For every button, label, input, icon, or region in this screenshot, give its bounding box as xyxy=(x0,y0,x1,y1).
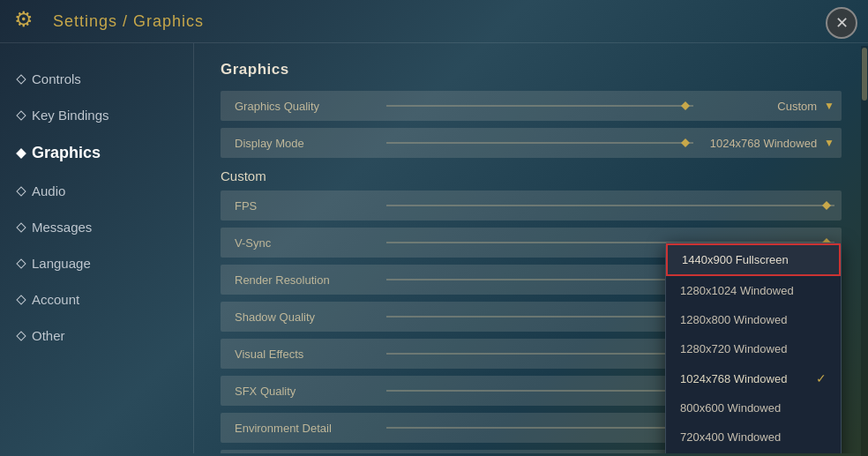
diamond-icon xyxy=(16,110,26,120)
sidebar-item-label: Messages xyxy=(32,220,92,235)
dropdown-option-1[interactable]: 1280x1024 Windowed xyxy=(666,276,841,305)
settings-content: Graphics Graphics Quality Custom ▼ Displ… xyxy=(194,43,868,453)
sidebar-item-audio[interactable]: Audio xyxy=(0,173,193,209)
slider-handle[interactable] xyxy=(681,138,690,147)
chevron-down-icon: ▼ xyxy=(824,100,834,112)
scrollbar-track[interactable] xyxy=(861,46,868,456)
sidebar-item-graphics[interactable]: Graphics xyxy=(0,133,193,173)
diamond-icon xyxy=(16,186,26,196)
sidebar-item-label: Key Bindings xyxy=(32,108,109,123)
dropdown-option-6[interactable]: 720x400 Windowed xyxy=(666,422,841,452)
slider-track xyxy=(386,105,693,107)
environment-detail-slider[interactable] xyxy=(379,427,700,429)
display-mode-slider xyxy=(379,142,700,144)
sidebar: Controls Key Bindings Graphics Audio Mes… xyxy=(0,43,194,453)
diamond-icon xyxy=(16,295,26,304)
dropdown-option-label: 1024x768 Windowed xyxy=(680,372,787,385)
title-bar: ⚙ Settings / Graphics ✕ xyxy=(0,0,868,43)
dropdown-option-2[interactable]: 1280x800 Windowed xyxy=(666,305,841,334)
dropdown-option-7[interactable]: 640x480 Windowed xyxy=(666,452,841,453)
dropdown-option-label: 1280x1024 Windowed xyxy=(680,284,794,297)
vsync-label: V-Sync xyxy=(221,236,379,250)
diamond-icon xyxy=(16,222,26,232)
checkmark-icon: ✓ xyxy=(816,371,827,385)
section-title: Graphics xyxy=(221,61,842,78)
custom-section-title: Custom xyxy=(221,168,842,183)
graphics-quality-select[interactable]: Custom ▼ xyxy=(700,100,842,113)
graphics-quality-label: Graphics Quality xyxy=(221,100,379,113)
fps-label: FPS xyxy=(221,199,379,213)
close-button[interactable]: ✕ xyxy=(826,7,857,39)
sidebar-item-label: Graphics xyxy=(32,144,101,162)
sidebar-item-label: Controls xyxy=(32,71,81,86)
dropdown-option-5[interactable]: 800x600 Windowed xyxy=(666,393,841,422)
slider-handle[interactable] xyxy=(822,201,831,210)
diamond-icon xyxy=(16,331,26,340)
dropdown-option-label: 1280x720 Windowed xyxy=(680,342,787,355)
main-layout: Controls Key Bindings Graphics Audio Mes… xyxy=(0,43,868,453)
sidebar-item-other[interactable]: Other xyxy=(0,318,193,354)
slider-track xyxy=(386,390,693,392)
dropdown-option-3[interactable]: 1280x720 Windowed xyxy=(666,334,841,363)
display-mode-value: 1024x768 Windowed xyxy=(710,137,817,150)
render-resolution-label: Render Resolution xyxy=(221,273,379,287)
dropdown-option-0[interactable]: 1440x900 Fullscreen xyxy=(666,243,841,276)
diamond-icon xyxy=(16,258,26,268)
display-mode-label: Display Mode xyxy=(221,137,379,150)
display-mode-dropdown: 1440x900 Fullscreen 1280x1024 Windowed 1… xyxy=(665,243,842,453)
dropdown-option-label: 1440x900 Fullscreen xyxy=(682,253,789,266)
display-mode-select[interactable]: 1024x768 Windowed ▼ xyxy=(700,137,842,150)
fps-row: FPS xyxy=(221,191,842,221)
slider-track xyxy=(386,142,693,144)
graphics-quality-row: Graphics Quality Custom ▼ xyxy=(221,91,842,121)
sidebar-item-language[interactable]: Language xyxy=(0,245,193,281)
diamond-icon xyxy=(16,148,26,158)
slider-handle[interactable] xyxy=(681,101,690,110)
dropdown-option-label: 800x600 Windowed xyxy=(680,401,781,415)
breadcrumb: Settings / Graphics xyxy=(53,12,204,31)
shadow-quality-label: Shadow Quality xyxy=(221,310,379,324)
slider-track xyxy=(386,427,693,429)
visual-effects-label: Visual Effects xyxy=(221,348,379,361)
chevron-down-icon: ▼ xyxy=(824,137,834,149)
dropdown-option-label: 1280x800 Windowed xyxy=(680,313,787,326)
slider-track xyxy=(386,205,834,206)
environment-detail-label: Environment Detail xyxy=(221,422,379,435)
sidebar-item-label: Language xyxy=(32,256,91,271)
sidebar-item-account[interactable]: Account xyxy=(0,281,193,318)
graphics-quality-slider xyxy=(379,105,700,107)
sfx-quality-slider[interactable] xyxy=(379,390,700,392)
dropdown-option-4[interactable]: 1024x768 Windowed ✓ xyxy=(666,363,841,393)
gear-icon: ⚙ xyxy=(14,7,42,35)
sidebar-item-label: Other xyxy=(32,328,65,343)
sidebar-item-label: Audio xyxy=(32,183,65,198)
scrollbar-thumb[interactable] xyxy=(862,48,867,101)
sidebar-item-label: Account xyxy=(32,292,79,307)
display-mode-row: Display Mode 1024x768 Windowed ▼ 1440x90… xyxy=(221,128,842,158)
diamond-icon xyxy=(16,74,26,84)
sidebar-item-keybindings[interactable]: Key Bindings xyxy=(0,97,193,133)
fps-slider[interactable] xyxy=(379,205,842,206)
sfx-quality-label: SFX Quality xyxy=(221,385,379,398)
sidebar-item-controls[interactable]: Controls xyxy=(0,61,193,97)
dropdown-option-label: 720x400 Windowed xyxy=(680,430,781,444)
graphics-quality-value: Custom xyxy=(777,100,817,113)
sidebar-item-messages[interactable]: Messages xyxy=(0,209,193,245)
